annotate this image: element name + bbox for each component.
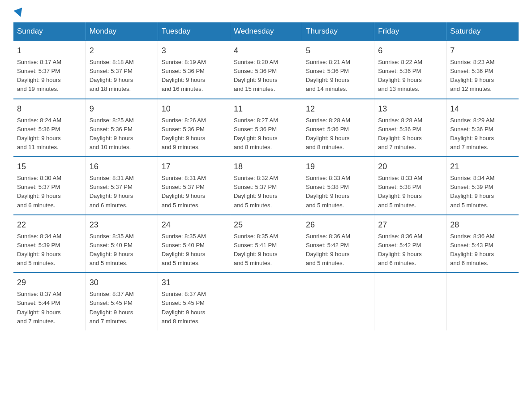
day-number: 9 bbox=[90, 103, 154, 115]
calendar-cell: 20Sunrise: 8:33 AMSunset: 5:38 PMDayligh… bbox=[374, 157, 446, 215]
header-friday: Friday bbox=[374, 22, 446, 41]
day-number: 24 bbox=[162, 219, 226, 231]
day-info: Sunrise: 8:24 AMSunset: 5:36 PMDaylight:… bbox=[17, 116, 82, 152]
day-number: 17 bbox=[162, 161, 226, 173]
logo-triangle-icon bbox=[14, 8, 25, 18]
day-number: 15 bbox=[17, 161, 82, 173]
day-info: Sunrise: 8:25 AMSunset: 5:36 PMDaylight:… bbox=[90, 116, 154, 152]
calendar-header-row: SundayMondayTuesdayWednesdayThursdayFrid… bbox=[13, 22, 519, 41]
day-number: 27 bbox=[378, 219, 442, 231]
day-number: 11 bbox=[234, 103, 298, 115]
day-info: Sunrise: 8:21 AMSunset: 5:36 PMDaylight:… bbox=[306, 58, 370, 94]
day-number: 28 bbox=[450, 219, 515, 231]
calendar-table: SundayMondayTuesdayWednesdayThursdayFrid… bbox=[13, 22, 519, 330]
day-number: 22 bbox=[17, 219, 82, 231]
header-wednesday: Wednesday bbox=[230, 22, 302, 41]
day-info: Sunrise: 8:19 AMSunset: 5:36 PMDaylight:… bbox=[162, 58, 226, 94]
calendar-cell: 16Sunrise: 8:31 AMSunset: 5:37 PMDayligh… bbox=[86, 157, 158, 215]
calendar-cell: 17Sunrise: 8:31 AMSunset: 5:37 PMDayligh… bbox=[158, 157, 230, 215]
calendar-cell: 5Sunrise: 8:21 AMSunset: 5:36 PMDaylight… bbox=[302, 41, 374, 99]
calendar-cell: 22Sunrise: 8:34 AMSunset: 5:39 PMDayligh… bbox=[13, 215, 86, 273]
day-info: Sunrise: 8:36 AMSunset: 5:43 PMDaylight:… bbox=[450, 232, 515, 268]
day-number: 2 bbox=[90, 45, 154, 57]
day-info: Sunrise: 8:33 AMSunset: 5:38 PMDaylight:… bbox=[378, 174, 442, 210]
calendar-cell: 8Sunrise: 8:24 AMSunset: 5:36 PMDaylight… bbox=[13, 99, 86, 157]
day-info: Sunrise: 8:18 AMSunset: 5:37 PMDaylight:… bbox=[90, 58, 154, 94]
calendar-cell bbox=[446, 273, 519, 330]
calendar-cell bbox=[230, 273, 302, 330]
day-number: 4 bbox=[234, 45, 298, 57]
day-info: Sunrise: 8:17 AMSunset: 5:37 PMDaylight:… bbox=[17, 58, 82, 94]
calendar-cell bbox=[302, 273, 374, 330]
header-monday: Monday bbox=[86, 22, 158, 41]
calendar-cell: 28Sunrise: 8:36 AMSunset: 5:43 PMDayligh… bbox=[446, 215, 519, 273]
header-sunday: Sunday bbox=[13, 22, 86, 41]
week-row-3: 15Sunrise: 8:30 AMSunset: 5:37 PMDayligh… bbox=[13, 157, 519, 215]
calendar-cell: 2Sunrise: 8:18 AMSunset: 5:37 PMDaylight… bbox=[86, 41, 158, 99]
day-info: Sunrise: 8:36 AMSunset: 5:42 PMDaylight:… bbox=[306, 232, 370, 268]
day-number: 26 bbox=[306, 219, 370, 231]
week-row-1: 1Sunrise: 8:17 AMSunset: 5:37 PMDaylight… bbox=[13, 41, 519, 99]
day-number: 1 bbox=[17, 45, 82, 57]
header-saturday: Saturday bbox=[446, 22, 519, 41]
day-info: Sunrise: 8:35 AMSunset: 5:40 PMDaylight:… bbox=[162, 232, 226, 268]
calendar-cell: 4Sunrise: 8:20 AMSunset: 5:36 PMDaylight… bbox=[230, 41, 302, 99]
day-number: 3 bbox=[162, 45, 226, 57]
calendar-cell: 30Sunrise: 8:37 AMSunset: 5:45 PMDayligh… bbox=[86, 273, 158, 330]
day-info: Sunrise: 8:34 AMSunset: 5:39 PMDaylight:… bbox=[450, 174, 515, 210]
logo bbox=[13, 9, 25, 15]
day-info: Sunrise: 8:37 AMSunset: 5:45 PMDaylight:… bbox=[162, 290, 226, 326]
day-number: 8 bbox=[17, 103, 82, 115]
day-number: 20 bbox=[378, 161, 442, 173]
calendar-cell bbox=[374, 273, 446, 330]
day-info: Sunrise: 8:34 AMSunset: 5:39 PMDaylight:… bbox=[17, 232, 82, 268]
calendar-cell: 14Sunrise: 8:29 AMSunset: 5:36 PMDayligh… bbox=[446, 99, 519, 157]
day-info: Sunrise: 8:36 AMSunset: 5:42 PMDaylight:… bbox=[378, 232, 442, 268]
day-info: Sunrise: 8:26 AMSunset: 5:36 PMDaylight:… bbox=[162, 116, 226, 152]
day-number: 13 bbox=[378, 103, 442, 115]
day-number: 18 bbox=[234, 161, 298, 173]
calendar-cell: 9Sunrise: 8:25 AMSunset: 5:36 PMDaylight… bbox=[86, 99, 158, 157]
day-info: Sunrise: 8:31 AMSunset: 5:37 PMDaylight:… bbox=[90, 174, 154, 210]
calendar-cell: 31Sunrise: 8:37 AMSunset: 5:45 PMDayligh… bbox=[158, 273, 230, 330]
day-info: Sunrise: 8:32 AMSunset: 5:37 PMDaylight:… bbox=[234, 174, 298, 210]
calendar-cell: 26Sunrise: 8:36 AMSunset: 5:42 PMDayligh… bbox=[302, 215, 374, 273]
day-number: 12 bbox=[306, 103, 370, 115]
day-number: 6 bbox=[378, 45, 442, 57]
calendar-cell: 15Sunrise: 8:30 AMSunset: 5:37 PMDayligh… bbox=[13, 157, 86, 215]
calendar-cell: 19Sunrise: 8:33 AMSunset: 5:38 PMDayligh… bbox=[302, 157, 374, 215]
calendar-cell: 7Sunrise: 8:23 AMSunset: 5:36 PMDaylight… bbox=[446, 41, 519, 99]
day-info: Sunrise: 8:37 AMSunset: 5:44 PMDaylight:… bbox=[17, 290, 82, 326]
day-number: 21 bbox=[450, 161, 515, 173]
day-info: Sunrise: 8:30 AMSunset: 5:37 PMDaylight:… bbox=[17, 174, 82, 210]
calendar-cell: 18Sunrise: 8:32 AMSunset: 5:37 PMDayligh… bbox=[230, 157, 302, 215]
day-number: 16 bbox=[90, 161, 154, 173]
day-number: 23 bbox=[90, 219, 154, 231]
calendar-cell: 11Sunrise: 8:27 AMSunset: 5:36 PMDayligh… bbox=[230, 99, 302, 157]
day-number: 29 bbox=[17, 277, 82, 289]
calendar-cell: 3Sunrise: 8:19 AMSunset: 5:36 PMDaylight… bbox=[158, 41, 230, 99]
day-info: Sunrise: 8:23 AMSunset: 5:36 PMDaylight:… bbox=[450, 58, 515, 94]
day-number: 31 bbox=[162, 277, 226, 289]
day-number: 25 bbox=[234, 219, 298, 231]
day-info: Sunrise: 8:37 AMSunset: 5:45 PMDaylight:… bbox=[90, 290, 154, 326]
header-thursday: Thursday bbox=[302, 22, 374, 41]
day-info: Sunrise: 8:28 AMSunset: 5:36 PMDaylight:… bbox=[378, 116, 442, 152]
calendar-cell: 23Sunrise: 8:35 AMSunset: 5:40 PMDayligh… bbox=[86, 215, 158, 273]
calendar-cell: 1Sunrise: 8:17 AMSunset: 5:37 PMDaylight… bbox=[13, 41, 86, 99]
day-info: Sunrise: 8:33 AMSunset: 5:38 PMDaylight:… bbox=[306, 174, 370, 210]
day-number: 30 bbox=[90, 277, 154, 289]
day-info: Sunrise: 8:28 AMSunset: 5:36 PMDaylight:… bbox=[306, 116, 370, 152]
calendar-cell: 21Sunrise: 8:34 AMSunset: 5:39 PMDayligh… bbox=[446, 157, 519, 215]
calendar-cell: 24Sunrise: 8:35 AMSunset: 5:40 PMDayligh… bbox=[158, 215, 230, 273]
week-row-4: 22Sunrise: 8:34 AMSunset: 5:39 PMDayligh… bbox=[13, 215, 519, 273]
day-info: Sunrise: 8:31 AMSunset: 5:37 PMDaylight:… bbox=[162, 174, 226, 210]
page-header bbox=[13, 9, 519, 15]
day-info: Sunrise: 8:35 AMSunset: 5:41 PMDaylight:… bbox=[234, 232, 298, 268]
day-number: 19 bbox=[306, 161, 370, 173]
day-number: 10 bbox=[162, 103, 226, 115]
day-number: 7 bbox=[450, 45, 515, 57]
week-row-2: 8Sunrise: 8:24 AMSunset: 5:36 PMDaylight… bbox=[13, 99, 519, 157]
calendar-cell: 25Sunrise: 8:35 AMSunset: 5:41 PMDayligh… bbox=[230, 215, 302, 273]
day-info: Sunrise: 8:22 AMSunset: 5:36 PMDaylight:… bbox=[378, 58, 442, 94]
